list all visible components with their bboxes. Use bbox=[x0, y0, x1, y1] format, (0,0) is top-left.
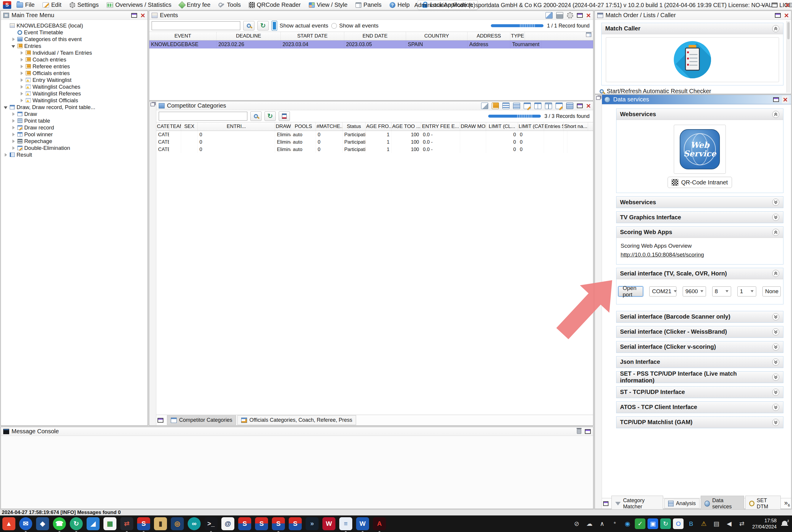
radio-show-all-events[interactable]: Show all events bbox=[331, 22, 379, 29]
tree-item[interactable]: Pool winner bbox=[2, 131, 146, 138]
clear-console-icon[interactable] bbox=[577, 429, 581, 434]
tree-item[interactable]: Draw record bbox=[2, 124, 146, 131]
collapse-chevron-icon[interactable] bbox=[772, 25, 779, 33]
expand-arrow-icon[interactable] bbox=[12, 146, 16, 150]
expand-chevron-icon[interactable] bbox=[772, 213, 779, 221]
taskbar-app-icon[interactable]: » bbox=[306, 517, 318, 530]
categories-column-header[interactable]: SEX bbox=[181, 122, 198, 131]
tree-item[interactable]: Categories of this event bbox=[2, 36, 146, 42]
categories-column-header[interactable]: DRAW MODE bbox=[275, 122, 291, 131]
close-panel-icon[interactable]: × bbox=[782, 96, 789, 103]
tree-item[interactable]: Waitinglist Referees bbox=[2, 90, 146, 97]
table-view-icon[interactable] bbox=[534, 102, 541, 109]
close-panel-icon[interactable]: × bbox=[141, 12, 145, 19]
categories-table-row[interactable]: CATEGOR...0Elimination (KO-Mode) without… bbox=[156, 146, 593, 153]
maximize-panel-icon[interactable] bbox=[131, 13, 137, 18]
expand-chevron-icon[interactable] bbox=[772, 388, 779, 396]
expand-arrow-icon[interactable] bbox=[12, 37, 16, 41]
expand-arrow-icon[interactable] bbox=[12, 119, 16, 123]
tree-item[interactable]: KNOWLEDGEBASE (local) bbox=[2, 22, 146, 29]
expand-arrow-icon[interactable] bbox=[20, 85, 24, 89]
tray-icon[interactable]: ⊘ bbox=[571, 518, 582, 529]
webservice-button[interactable]: Web Service bbox=[674, 125, 726, 174]
scoring-url-link[interactable]: http://10.0.0.150:8084/set/scoring bbox=[621, 251, 704, 258]
events-search-input[interactable] bbox=[152, 21, 240, 30]
categories-column-header[interactable]: TEAM bbox=[169, 122, 181, 131]
taskbar-app-icon[interactable]: ⇄ bbox=[120, 517, 133, 530]
taskbar-app-icon[interactable]: ☎ bbox=[53, 517, 66, 530]
serial-interface-section-header[interactable]: Serial interface (TV, Scale, OVR, Horn) bbox=[616, 268, 783, 279]
open-port-button[interactable]: Open port bbox=[618, 286, 643, 297]
tree-item[interactable]: Double-Elimination bbox=[2, 145, 146, 151]
collapsed-section-header[interactable]: TV Graphics Interface bbox=[616, 212, 783, 223]
collapsed-section-header[interactable]: TCP/UDP Matchlist (GAM) bbox=[616, 417, 783, 428]
close-panel-icon[interactable]: × bbox=[586, 12, 591, 19]
notifications-dnd-icon[interactable]: z bbox=[781, 520, 789, 528]
tree-item[interactable]: Event Timetable bbox=[2, 29, 146, 36]
column-split-icon[interactable] bbox=[545, 102, 552, 109]
expand-chevron-icon[interactable] bbox=[772, 343, 779, 351]
menu-entry-fee[interactable]: Entry fee bbox=[179, 1, 210, 8]
qr-code-intranet-button[interactable]: QR-Code Intranet bbox=[668, 177, 732, 188]
restore-panel-icon[interactable] bbox=[157, 418, 163, 423]
card-view-button[interactable] bbox=[279, 111, 290, 121]
menu-view-style[interactable]: View / Style bbox=[309, 1, 348, 8]
taskbar-app-icon[interactable]: ◢ bbox=[86, 517, 100, 530]
scrollbar[interactable] bbox=[786, 21, 790, 93]
tree-item[interactable]: Result bbox=[2, 151, 146, 158]
tray-icon[interactable]: ↻ bbox=[660, 518, 671, 529]
tray-icon[interactable]: ⇄ bbox=[736, 518, 747, 529]
expand-chevron-icon[interactable] bbox=[772, 403, 779, 411]
restore-panel-icon[interactable] bbox=[603, 501, 609, 506]
expand-arrow-icon[interactable] bbox=[12, 126, 16, 130]
taskbar-app-icon[interactable]: ▮ bbox=[154, 517, 167, 530]
events-column-header[interactable]: TYPE bbox=[510, 32, 525, 40]
taskbar-clock[interactable]: 17:58 27/04/2024 bbox=[752, 517, 777, 530]
expand-arrow-icon[interactable] bbox=[12, 112, 16, 116]
menu-help[interactable]: ?Help bbox=[389, 1, 410, 8]
expand-arrow-icon[interactable] bbox=[20, 78, 24, 82]
taskbar-app-icon[interactable]: S bbox=[272, 517, 285, 530]
collapsed-section-header[interactable]: Serial interface (Clicker - WeissBrand) bbox=[616, 326, 783, 338]
search-button[interactable] bbox=[250, 111, 262, 121]
expand-arrow-icon[interactable] bbox=[4, 24, 8, 28]
tray-icon[interactable]: ▣ bbox=[648, 518, 658, 529]
expand-arrow-icon[interactable] bbox=[20, 92, 24, 96]
collapsed-section-header[interactable]: ATOS - TCP Client Interface bbox=[616, 402, 783, 413]
close-window-button[interactable]: × bbox=[785, 1, 790, 9]
categories-column-header[interactable]: Entries Sta... bbox=[544, 122, 564, 131]
expand-chevron-icon[interactable] bbox=[772, 418, 779, 426]
taskbar-app-icon[interactable]: ≡ bbox=[339, 517, 352, 530]
tree-item[interactable]: Waitinglist Coaches bbox=[2, 83, 146, 90]
taskbar-app-icon[interactable]: ◆ bbox=[36, 517, 49, 530]
taskbar-app-icon[interactable]: ◎ bbox=[171, 517, 184, 530]
tree-item[interactable]: Point table bbox=[2, 117, 146, 124]
expand-chevron-icon[interactable] bbox=[772, 358, 779, 366]
taskbar-app-icon[interactable]: >_ bbox=[205, 517, 217, 530]
tab-competitor-categories[interactable]: Competitor Categories bbox=[167, 415, 236, 425]
settings-icon[interactable] bbox=[567, 12, 573, 19]
taskbar-app-icon[interactable]: ▦ bbox=[103, 517, 116, 530]
float-panel-icon[interactable] bbox=[150, 102, 155, 107]
stop-bits-select[interactable]: 1 bbox=[737, 286, 756, 297]
categories-column-header[interactable]: ENTRY FEE E... bbox=[421, 122, 460, 131]
tray-icon[interactable]: O bbox=[673, 518, 683, 529]
radio-show-actual-events[interactable]: Show actual events bbox=[272, 21, 328, 31]
tree-item[interactable]: Entry Waitinglist bbox=[2, 77, 146, 83]
taskbar-app-icon[interactable]: W bbox=[356, 517, 369, 530]
expand-chevron-icon[interactable] bbox=[772, 373, 779, 381]
edit-columns-icon[interactable] bbox=[556, 102, 563, 109]
taskbar-app-icon[interactable]: S bbox=[255, 517, 268, 530]
com-port-select[interactable]: COM21 bbox=[649, 286, 676, 297]
collapse-chevron-icon[interactable] bbox=[772, 111, 779, 118]
categories-column-header[interactable]: DRAW MODE OP... bbox=[460, 122, 486, 131]
collapse-chevron-icon[interactable] bbox=[772, 228, 779, 236]
events-column-header[interactable]: START DATE bbox=[281, 32, 344, 40]
expand-arrow-icon[interactable] bbox=[20, 64, 24, 69]
expand-arrow-icon[interactable] bbox=[12, 132, 16, 136]
collapsed-section-header[interactable]: Serial interface (Clicker v-scoring) bbox=[616, 341, 783, 353]
tree-item[interactable]: Individual / Team Entries bbox=[2, 49, 146, 56]
categories-column-header[interactable]: CATEGORY bbox=[156, 122, 169, 131]
categories-table-row[interactable]: CATEGOR...0Elimination (KO-Mode) without… bbox=[156, 131, 593, 138]
search-button[interactable] bbox=[243, 21, 254, 31]
